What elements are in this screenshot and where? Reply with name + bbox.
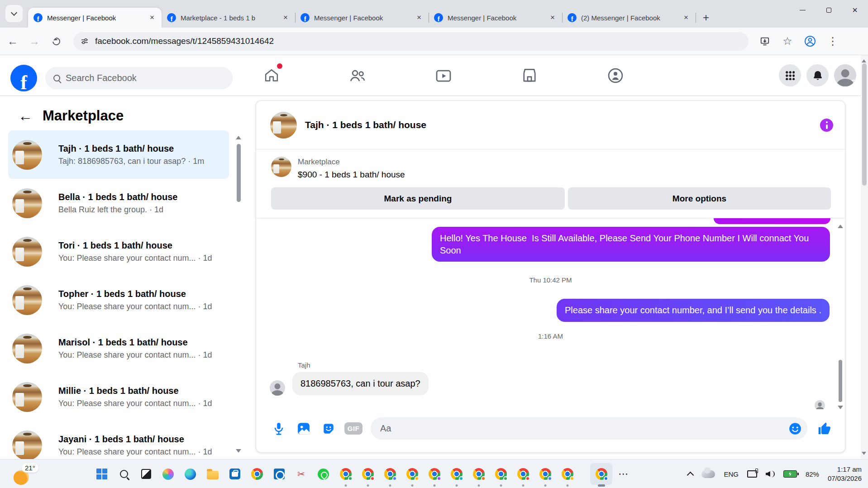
chat-scrollbar[interactable] <box>837 222 844 409</box>
file-explorer-button[interactable] <box>201 459 224 488</box>
nav-friends-tab[interactable] <box>330 55 385 96</box>
scroll-down-icon[interactable] <box>862 452 866 457</box>
edge-button[interactable] <box>179 459 201 488</box>
page-content: ← Marketplace Tajh · 1 beds 1 bath/ hous… <box>0 96 868 459</box>
scroll-down-icon[interactable] <box>236 449 241 455</box>
thumbs-up-icon[interactable] <box>817 421 832 436</box>
scroll-up-icon[interactable] <box>236 133 241 139</box>
chrome-profile-button-1[interactable] <box>334 459 357 488</box>
conversation-item-tajh[interactable]: Tajh · 1 beds 1 bath/ house Tajh: 818698… <box>8 130 229 179</box>
forward-button[interactable]: → <box>25 32 43 50</box>
taskbar-overflow-button[interactable]: ⋯ <box>612 459 634 488</box>
language-indicator[interactable]: ENG <box>724 470 739 478</box>
back-button[interactable]: ← <box>4 32 22 50</box>
bookmark-star-icon[interactable]: ☆ <box>777 32 797 50</box>
conversation-item-tori[interactable]: Tori · 1 beds 1 bath/ house You: Please … <box>8 227 229 276</box>
window-close-button[interactable]: × <box>842 0 868 20</box>
tab-search-button[interactable] <box>5 5 23 22</box>
chrome-profile-button-9[interactable] <box>512 459 534 488</box>
taskbar-clock[interactable]: 1:17 am 07/03/2026 <box>828 465 862 483</box>
mark-as-pending-button[interactable]: Mark as pending <box>271 187 565 210</box>
tab-close-icon[interactable]: × <box>681 13 691 23</box>
scroll-up-icon[interactable] <box>838 222 843 228</box>
tab-close-icon[interactable]: × <box>281 13 291 23</box>
browser-profile-icon[interactable] <box>800 32 820 50</box>
scroll-up-icon[interactable] <box>862 57 866 62</box>
browser-tab-4[interactable]: Messenger | Facebook × <box>429 8 562 28</box>
window-maximize-button[interactable] <box>816 0 842 20</box>
conversation-item-marisol[interactable]: Marisol · 1 beds 1 bath/ house You: Plea… <box>8 324 229 373</box>
message-list[interactable]: Hello! Yes The House Is Still Available,… <box>256 218 845 409</box>
weather-widget[interactable]: 21° <box>10 463 42 486</box>
page-scrollbar[interactable] <box>861 55 868 459</box>
browser-tab-1[interactable]: Messenger | Facebook × <box>28 8 162 28</box>
conversation-item-bella[interactable]: Bella · 1 beds 1 bath/ house Bella Ruiz … <box>8 179 229 227</box>
browser-tab-2[interactable]: Marketplace - 1 beds 1 b × <box>162 8 295 28</box>
notifications-button[interactable] <box>806 64 829 86</box>
attach-photo-icon[interactable] <box>296 421 311 436</box>
browser-menu-icon[interactable]: ⋮ <box>823 32 843 50</box>
tab-close-icon[interactable]: × <box>414 13 424 23</box>
nav-home-tab[interactable] <box>244 55 299 96</box>
volume-button[interactable] <box>766 471 775 477</box>
install-app-icon[interactable] <box>755 32 775 50</box>
chrome-profile-button-11[interactable] <box>556 459 578 488</box>
message-input-pill[interactable] <box>371 417 807 440</box>
chrome-profile-button-2[interactable] <box>357 459 379 488</box>
nav-groups-tab[interactable] <box>588 55 643 96</box>
scrollbar-thumb[interactable] <box>839 360 842 402</box>
chrome-profile-button-8[interactable] <box>490 459 512 488</box>
conversation-preview: You: Please share your contact num... · … <box>58 350 212 360</box>
sidebar-scrollbar[interactable] <box>235 133 242 455</box>
conversation-item-topher[interactable]: Topher · 1 beds 1 bath/ house You: Pleas… <box>8 276 229 324</box>
task-view-button[interactable] <box>135 459 157 488</box>
more-options-button[interactable]: More options <box>568 187 831 210</box>
conversation-item-jayani[interactable]: Jayani · 1 beds 1 bath/ house You: Pleas… <box>8 421 229 459</box>
message-input[interactable] <box>380 423 787 434</box>
chrome-profile-button-6[interactable] <box>445 459 467 488</box>
browser-tab-3[interactable]: Messenger | Facebook × <box>295 8 429 28</box>
start-button[interactable] <box>91 459 113 488</box>
chrome-profile-button-5[interactable] <box>423 459 445 488</box>
conversation-info-icon[interactable] <box>820 119 833 132</box>
window-minimize-button[interactable] <box>789 0 816 20</box>
site-info-icon[interactable] <box>81 37 89 45</box>
snipping-tool-button[interactable]: ✂ <box>290 459 312 488</box>
conversation-item-millie[interactable]: Millie · 1 beds 1 bath/ house You: Pleas… <box>8 373 229 421</box>
voice-clip-icon[interactable] <box>271 421 286 436</box>
tab-close-icon[interactable]: × <box>147 13 157 23</box>
outlook-button[interactable] <box>268 459 290 488</box>
chrome-button[interactable] <box>246 459 268 488</box>
chrome-profile-button-10[interactable] <box>534 459 556 488</box>
tab-close-icon[interactable]: × <box>548 13 558 23</box>
active-chrome-window-button[interactable] <box>590 463 612 485</box>
chrome-profile-button-3[interactable] <box>379 459 401 488</box>
apps-menu-button[interactable] <box>779 64 801 86</box>
scrollbar-thumb[interactable] <box>237 144 241 202</box>
scrollbar-thumb[interactable] <box>862 63 867 186</box>
address-bar[interactable]: facebook.com/messages/t/1245859431014642 <box>73 32 749 51</box>
new-tab-button[interactable]: + <box>699 11 713 24</box>
reload-button[interactable] <box>47 32 65 50</box>
battery-button[interactable] <box>783 470 797 478</box>
nav-watch-tab[interactable] <box>416 55 471 96</box>
taskbar-search-button[interactable] <box>113 459 135 488</box>
emoji-icon[interactable] <box>787 421 803 436</box>
gif-icon[interactable]: GIF <box>346 421 361 436</box>
back-arrow-icon[interactable]: ← <box>18 109 33 123</box>
facebook-logo[interactable] <box>10 65 37 91</box>
copilot-button[interactable] <box>157 459 179 488</box>
tray-show-hidden-icons-button[interactable] <box>688 470 693 478</box>
whatsapp-button[interactable] <box>312 459 334 488</box>
facebook-search-input[interactable]: Search Facebook <box>45 67 233 89</box>
microsoft-store-button[interactable] <box>224 459 246 488</box>
network-button[interactable] <box>747 470 757 478</box>
browser-tab-5[interactable]: (2) Messenger | Facebook × <box>562 8 696 28</box>
onedrive-button[interactable] <box>701 470 715 478</box>
nav-marketplace-tab[interactable] <box>502 55 557 96</box>
scroll-down-icon[interactable] <box>838 406 843 409</box>
chrome-profile-button-7[interactable] <box>467 459 490 488</box>
sticker-icon[interactable] <box>321 421 336 436</box>
chrome-profile-button-4[interactable] <box>401 459 423 488</box>
account-avatar[interactable] <box>834 64 856 86</box>
